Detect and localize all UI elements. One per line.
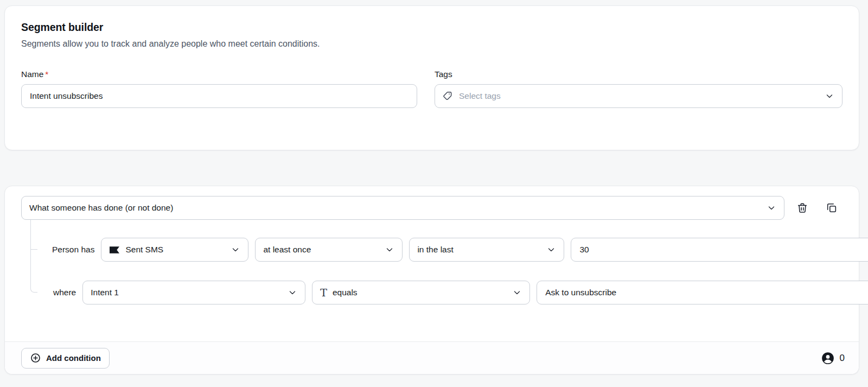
copy-icon	[826, 202, 838, 214]
plus-circle-icon	[30, 352, 41, 364]
chevron-down-icon	[767, 203, 776, 213]
page-title: Segment builder	[21, 21, 843, 34]
tags-label: Tags	[435, 69, 843, 79]
segment-builder-card: Segment builder Segments allow you to tr…	[4, 5, 859, 150]
chevron-down-icon	[231, 245, 240, 255]
text-type-icon: T	[320, 288, 327, 298]
audience-count-value: 0	[840, 353, 845, 364]
event-condition-row: Person has Sent SMS at least once in the…	[5, 238, 859, 262]
chevron-down-icon	[546, 245, 556, 255]
filter-row-label: where	[53, 288, 76, 297]
page-subtitle: Segments allow you to track and analyze …	[21, 39, 843, 49]
chevron-down-icon	[385, 245, 394, 255]
name-input[interactable]	[21, 84, 417, 108]
segment-fields: Name* Tags Select tags	[21, 69, 843, 108]
event-select[interactable]: Sent SMS	[101, 238, 248, 262]
duplicate-condition-button[interactable]	[824, 200, 840, 216]
attribute-select[interactable]: Intent 1	[82, 281, 305, 304]
builder-footer: Add condition 0	[5, 341, 859, 374]
conditions-card: What someone has done (or not done)	[4, 186, 859, 375]
required-asterisk: *	[45, 69, 48, 79]
filter-condition-row: where Intent 1 T equals	[5, 281, 859, 304]
chevron-down-icon	[288, 288, 297, 297]
operator-select[interactable]: T equals	[312, 281, 530, 304]
frequency-select[interactable]: at least once	[255, 238, 403, 262]
tags-select[interactable]: Select tags	[435, 84, 843, 108]
delete-condition-button[interactable]	[794, 200, 810, 216]
tree-connector	[30, 220, 37, 293]
tag-icon	[443, 91, 454, 101]
time-amount-input[interactable]	[571, 238, 868, 262]
event-row-label: Person has	[52, 245, 94, 255]
add-condition-button[interactable]: Add condition	[21, 348, 110, 369]
condition-type-select[interactable]: What someone has done (or not done)	[21, 196, 784, 220]
audience-count: 0	[821, 351, 845, 365]
person-circle-icon	[821, 351, 835, 365]
tree-connector-branch	[30, 249, 37, 250]
name-label: Name*	[21, 69, 417, 79]
chevron-down-icon	[512, 288, 522, 297]
condition-header-row: What someone has done (or not done)	[21, 196, 859, 220]
tags-placeholder: Select tags	[459, 91, 501, 101]
time-window-select[interactable]: in the last	[409, 238, 564, 262]
flag-icon	[109, 246, 120, 254]
chevron-down-icon	[825, 91, 834, 101]
filter-value-input[interactable]	[537, 281, 868, 304]
trash-icon	[796, 202, 808, 214]
